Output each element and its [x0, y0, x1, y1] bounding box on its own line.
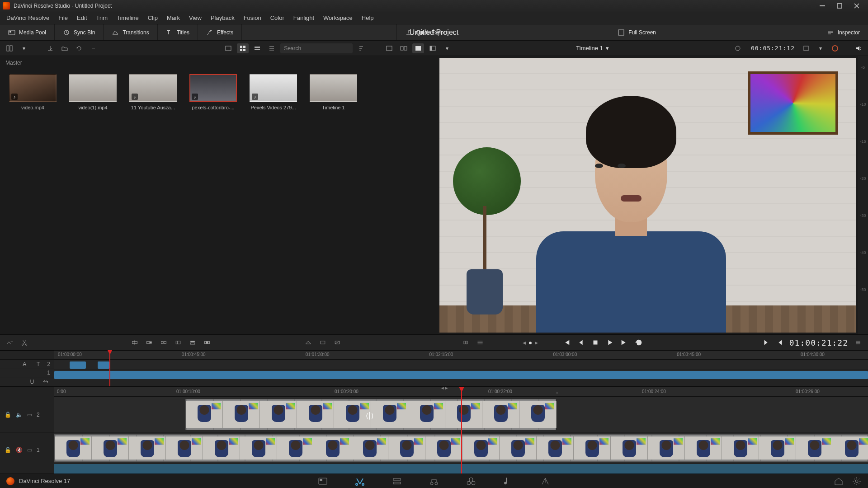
menu-workspace[interactable]: Workspace [319, 13, 357, 23]
titles-button[interactable]: T Titles [162, 27, 193, 38]
menu-davinci-resolve[interactable]: DaVinci Resolve [2, 13, 54, 23]
append-button[interactable] [145, 338, 154, 347]
menu-clip[interactable]: Clip [143, 13, 162, 23]
project-settings-button[interactable] [852, 476, 862, 486]
next-edit-button[interactable] [762, 338, 770, 347]
close-up-button[interactable] [174, 338, 183, 347]
overview-ruler[interactable]: 01:00:00:0001:00:45:0001:01:30:0001:02:1… [54, 351, 868, 360]
overview-track-v2-header[interactable]: A T 2 [0, 359, 54, 369]
menu-timeline[interactable]: Timeline [112, 13, 143, 23]
full-screen-button[interactable]: Full Screen [614, 27, 660, 38]
lock-icon[interactable]: 🔓 [5, 447, 11, 453]
place-on-top-button[interactable] [188, 338, 197, 347]
timeline-options-button[interactable] [476, 338, 485, 347]
marker-chevron-icon[interactable]: ⌄ [555, 389, 559, 394]
viewer-menu-chevron[interactable]: ▾ [441, 43, 453, 53]
window-close-button[interactable] [848, 1, 865, 11]
clip-color-button[interactable] [800, 43, 812, 53]
single-viewer-button[interactable] [383, 43, 395, 53]
refresh-button[interactable] [73, 43, 85, 53]
jog-indicator[interactable]: ◂ ● ▸ [523, 339, 538, 346]
smart-insert-button[interactable] [130, 338, 139, 347]
window-minimize-button[interactable] [814, 1, 831, 11]
overview-clip[interactable] [98, 361, 109, 369]
mute-track-icon[interactable]: 🔇 [16, 447, 23, 453]
overview-track-v1[interactable] [54, 370, 868, 380]
media-clip[interactable]: Timeline 1 [310, 74, 357, 110]
page-color[interactable] [466, 476, 476, 486]
page-edit[interactable] [392, 476, 402, 486]
stop-button[interactable] [591, 338, 599, 347]
page-deliver[interactable] [540, 476, 550, 486]
media-clip[interactable]: video(1).mp4 [69, 74, 117, 110]
track-v2-header[interactable]: 🔓 🔈 ▭ 2 [0, 397, 54, 432]
media-clip[interactable]: ♪Pexels Videos 279... [250, 74, 297, 110]
bin-list-button[interactable] [4, 43, 15, 53]
menu-fairlight[interactable]: Fairlight [289, 13, 319, 23]
mute-button[interactable] [853, 43, 864, 53]
media-clip[interactable]: ♪video.mp4 [9, 74, 57, 110]
page-fairlight[interactable] [503, 476, 513, 486]
dual-viewer-button[interactable] [398, 43, 410, 53]
prev-frame-button[interactable] [577, 338, 585, 347]
overview-clip[interactable] [70, 361, 86, 369]
snap-icon[interactable] [28, 377, 37, 386]
record-timecode[interactable]: 01:00:21:22 [789, 338, 848, 347]
options-button[interactable]: ▾ [815, 43, 826, 53]
media-clip[interactable]: ♪11 Youtube Ausza... [129, 74, 177, 110]
view-metadata-button[interactable] [222, 43, 234, 53]
home-button[interactable] [834, 476, 844, 486]
go-first-button[interactable] [562, 338, 571, 347]
window-maximize-button[interactable] [831, 1, 848, 11]
sync-lock-icon[interactable] [41, 377, 50, 386]
search-input[interactable]: Search [280, 43, 353, 53]
lock-icon[interactable]: 🔓 [5, 412, 11, 418]
menu-fusion[interactable]: Fusion [239, 13, 266, 23]
prev-edit-button[interactable] [776, 338, 784, 347]
transitions-button[interactable]: Transitions [108, 27, 152, 38]
menu-mark[interactable]: Mark [162, 13, 184, 23]
go-last-button[interactable] [620, 338, 628, 347]
menu-edit[interactable]: Edit [72, 13, 91, 23]
auto-select-icon[interactable]: ▭ [27, 447, 32, 453]
view-strip-button[interactable] [251, 43, 263, 53]
timeline-menu-button[interactable] [854, 338, 863, 347]
match-frame-button[interactable] [732, 43, 744, 53]
mute-track-icon[interactable]: 🔈 [16, 412, 23, 418]
folder-button[interactable] [59, 43, 71, 53]
view-thumbnail-button[interactable] [237, 43, 249, 53]
sync-bin-button[interactable]: Sync Bin [59, 27, 99, 38]
play-button[interactable] [606, 338, 614, 347]
overview-track-v2[interactable] [54, 360, 868, 370]
view-list-button[interactable] [266, 43, 278, 53]
menu-help[interactable]: Help [357, 13, 378, 23]
effects-button[interactable]: Effects [203, 27, 237, 38]
menu-file[interactable]: File [54, 13, 72, 23]
menu-color[interactable]: Color [266, 13, 289, 23]
boring-detector-button[interactable] [5, 338, 14, 347]
page-cut[interactable] [355, 476, 365, 486]
sort-button[interactable] [355, 43, 367, 53]
chevron-down-icon[interactable]: ▾ [18, 43, 30, 53]
page-media[interactable] [318, 476, 328, 486]
ripple-overwrite-button[interactable] [159, 338, 168, 347]
inspector-button[interactable]: Inspector [823, 27, 863, 38]
auto-select-icon[interactable]: ▭ [27, 412, 32, 418]
source-overwrite-button[interactable] [203, 338, 212, 347]
loop-button[interactable] [635, 338, 643, 347]
overview-track-v1-header[interactable]: 1 [0, 369, 54, 377]
track-v1-header[interactable]: 🔓 🔇 ▭ 1 [0, 432, 54, 467]
tools-dissolve-button[interactable] [304, 338, 313, 347]
detail-playhead[interactable] [461, 387, 462, 474]
split-clip-button[interactable] [20, 338, 29, 347]
bypass-button[interactable] [829, 43, 841, 53]
overview-track-controls[interactable] [0, 377, 54, 386]
timeline-selector[interactable]: Timeline 1▾ [576, 45, 609, 52]
viewer-mode3-button[interactable] [427, 43, 439, 53]
menu-view[interactable]: View [184, 13, 206, 23]
menu-trim[interactable]: Trim [92, 13, 113, 23]
tools-smooth-button[interactable] [333, 338, 342, 347]
media-pool-button[interactable]: Media Pool [5, 27, 50, 38]
tools-cut-button[interactable] [318, 338, 327, 347]
link-button[interactable] [88, 43, 99, 53]
